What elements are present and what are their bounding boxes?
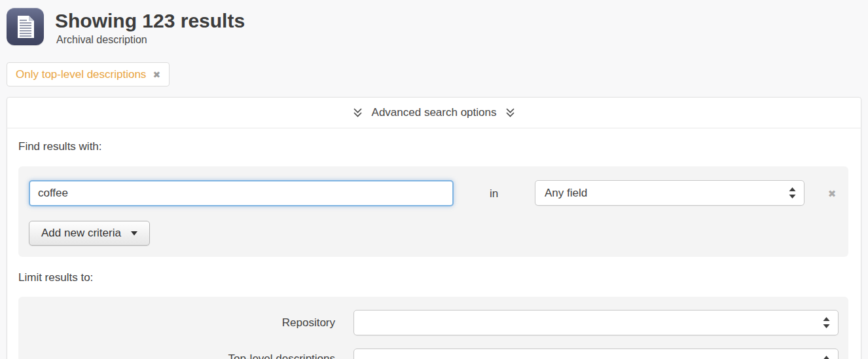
document-glyph-icon — [14, 14, 37, 39]
repository-label: Repository — [39, 316, 335, 330]
top-level-descriptions-select[interactable] — [353, 349, 839, 359]
criterion-connector-label: in — [490, 187, 498, 200]
advanced-search-title: Advanced search options — [372, 106, 497, 119]
archival-description-icon — [7, 8, 44, 45]
field-select-value: Any field — [545, 187, 587, 200]
select-spinner-icon — [823, 356, 830, 359]
double-chevron-down-icon — [353, 107, 363, 118]
add-new-criteria-button[interactable]: Add new criteria — [29, 221, 150, 246]
search-query-input[interactable] — [29, 180, 454, 206]
filter-tag-label: Only top-level descriptions — [16, 68, 146, 81]
filter-tag-top-level: Only top-level descriptions ✖ — [7, 62, 170, 86]
find-results-label: Find results with: — [18, 140, 102, 153]
select-spinner-icon — [823, 317, 830, 328]
limit-results-label: Limit results to: — [18, 271, 93, 284]
filter-tag-remove-icon[interactable]: ✖ — [153, 70, 160, 79]
caret-down-icon — [131, 231, 137, 236]
remove-criterion-icon[interactable]: ✖ — [823, 186, 841, 202]
add-new-criteria-label: Add new criteria — [41, 227, 121, 240]
repository-select[interactable] — [353, 310, 839, 335]
field-select[interactable]: Any field — [535, 180, 805, 206]
page-subtitle: Archival description — [56, 34, 147, 46]
select-spinner-icon — [789, 187, 796, 198]
double-chevron-down-icon — [505, 107, 515, 118]
advanced-search-toggle[interactable]: Advanced search options — [7, 97, 861, 128]
top-level-descriptions-label: Top-level descriptions — [39, 352, 335, 359]
page-title: Showing 123 results — [55, 9, 245, 33]
archival-search-page: Showing 123 results Archival description… — [0, 0, 868, 359]
